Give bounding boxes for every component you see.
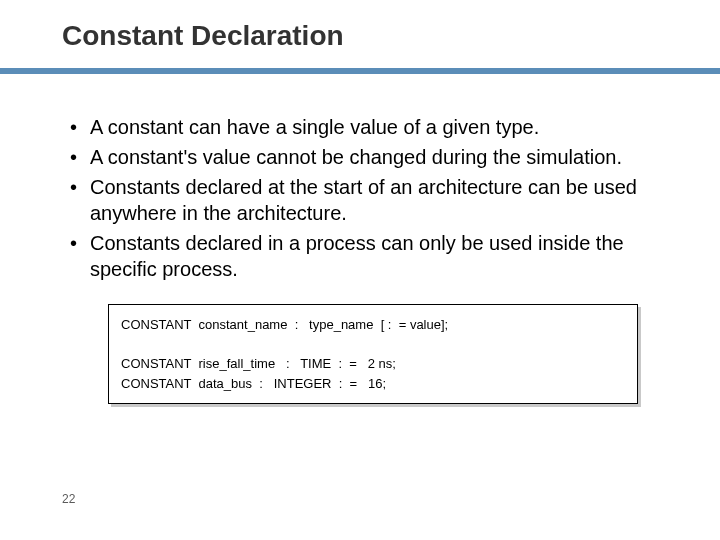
- slide-title: Constant Declaration: [0, 20, 720, 52]
- page-number: 22: [62, 492, 75, 506]
- bullet-item: A constant's value cannot be changed dur…: [62, 144, 658, 170]
- slide: Constant Declaration A constant can have…: [0, 0, 720, 540]
- bullet-list: A constant can have a single value of a …: [62, 114, 658, 282]
- slide-content: A constant can have a single value of a …: [0, 74, 720, 404]
- code-box-wrapper: CONSTANT constant_name : type_name [ : =…: [108, 304, 638, 404]
- bullet-item: A constant can have a single value of a …: [62, 114, 658, 140]
- code-box: CONSTANT constant_name : type_name [ : =…: [108, 304, 638, 404]
- bullet-item: Constants declared in a process can only…: [62, 230, 658, 282]
- bullet-item: Constants declared at the start of an ar…: [62, 174, 658, 226]
